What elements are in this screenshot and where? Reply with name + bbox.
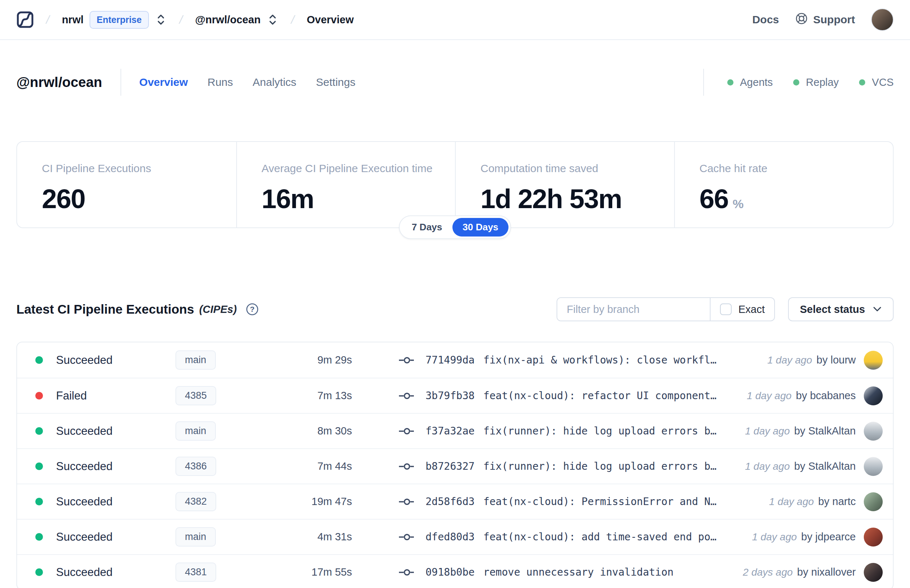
author: by StalkAltan [794, 460, 856, 472]
stat-label: Average CI Pipeline Execution time [262, 162, 455, 174]
branch-badge[interactable]: main [175, 422, 216, 441]
branch-badge[interactable]: 4386 [175, 457, 216, 476]
page-title: @nrwl/ocean [16, 74, 102, 90]
author: by nixallover [797, 566, 856, 578]
commit-hash[interactable]: 0918b0be [425, 566, 475, 578]
status-cell: Succeeded [35, 495, 175, 508]
tab[interactable]: Analytics [253, 76, 296, 89]
branch-badge[interactable]: main [175, 351, 216, 370]
commit-message[interactable]: feat(nx-cloud): add time-saved end po… [483, 531, 717, 543]
cipe-row[interactable]: Succeeded 4382 19m 47s 2d58f6d3 f [17, 483, 893, 519]
time-ago: 1 day ago [769, 496, 814, 507]
workspace-switcher-button[interactable] [267, 12, 279, 27]
tab[interactable]: Runs [207, 76, 233, 89]
branch-badge[interactable]: 4382 [175, 492, 216, 511]
author-avatar[interactable] [864, 563, 883, 582]
author-avatar[interactable] [864, 457, 883, 476]
commit-hash[interactable]: dfed80d3 [425, 531, 475, 543]
commit-hash[interactable]: 771499da [425, 354, 475, 366]
stats-section: CI Pipeline Executions 260 Average CI Pi… [16, 141, 894, 228]
author-avatar[interactable] [864, 351, 883, 370]
branch-badge[interactable]: main [175, 527, 216, 546]
commit-message[interactable]: fix(nx-api & workflows): close workfl… [483, 354, 717, 366]
status-label: Succeeded [56, 425, 113, 438]
commit-message[interactable]: feat(nx-cloud): PermissionError and N… [483, 496, 717, 507]
workspace-name[interactable]: @nrwl/ocean [195, 14, 260, 26]
nav-actions: Docs Support [752, 8, 894, 31]
tab[interactable]: Settings [316, 76, 355, 89]
service-status[interactable]: Agents [727, 76, 773, 89]
author-avatar[interactable] [864, 422, 883, 441]
breadcrumb: / nrwl Enterprise / @nrwl/ocean / Overvi… [16, 11, 354, 29]
commit-hash[interactable]: f37a32ae [425, 425, 475, 437]
git-commit-icon [399, 391, 417, 401]
author-avatar[interactable] [864, 528, 883, 546]
service-label: Agents [740, 76, 773, 89]
commit-cell: 2d58f6d3 feat(nx-cloud): PermissionError… [399, 496, 716, 507]
stat-label: Cache hit rate [700, 162, 893, 174]
author: by bcabanes [796, 390, 856, 402]
cipe-row[interactable]: Succeeded 4381 17m 55s 0918b0be r [17, 554, 893, 588]
meta-cell: 1 day ago by jdpearce [741, 528, 883, 546]
user-avatar[interactable] [871, 8, 894, 31]
org-switcher-button[interactable] [155, 12, 167, 27]
status-dot-icon [35, 533, 43, 541]
status-cell: Succeeded [35, 530, 175, 544]
breadcrumb-separator: / [45, 13, 51, 27]
exact-checkbox[interactable] [720, 304, 732, 315]
branch-filter-input[interactable] [557, 298, 710, 321]
cipe-row[interactable]: Succeeded main 4m 31s dfed80d3 fe [17, 519, 893, 554]
cipe-row[interactable]: Succeeded 4386 7m 44s b8726327 fi [17, 448, 893, 483]
commit-message[interactable]: remove unnecessary invalidation [483, 566, 674, 578]
help-button[interactable]: ? [245, 302, 259, 316]
author-avatar[interactable] [864, 386, 883, 405]
org-name[interactable]: nrwl [62, 14, 84, 26]
author-avatar[interactable] [864, 492, 883, 511]
branch-cell: 4385 [175, 386, 284, 405]
status-cell: Succeeded [35, 460, 175, 473]
svg-text:?: ? [250, 305, 255, 313]
commit-message[interactable]: fix(runner): hide log upload errors b… [483, 425, 717, 437]
branch-badge[interactable]: 4385 [175, 386, 216, 405]
tab[interactable]: Overview [139, 76, 188, 89]
service-status[interactable]: VCS [859, 76, 894, 89]
docs-label: Docs [752, 13, 779, 26]
stat-card: Average CI Pipeline Execution time 16m [236, 142, 455, 228]
author: by nartc [818, 496, 856, 507]
exact-toggle[interactable]: Exact [711, 304, 774, 315]
time-ago: 1 day ago [752, 531, 797, 543]
cipe-row[interactable]: Succeeded main 8m 30s f37a32ae fi [17, 413, 893, 448]
service-status[interactable]: Replay [793, 76, 839, 89]
question-circle-icon: ? [245, 302, 259, 316]
commit-cell: 3b79fb38 feat(nx-cloud): refactor UI com… [399, 390, 716, 402]
nx-cloud-logo-icon[interactable] [16, 11, 34, 28]
exact-label: Exact [738, 304, 765, 315]
range-button[interactable]: 30 Days [453, 218, 509, 236]
commit-hash[interactable]: 3b79fb38 [425, 390, 475, 402]
status-label: Failed [56, 389, 87, 402]
time-ago: 1 day ago [767, 354, 812, 366]
commit-message[interactable]: feat(nx-cloud): refactor UI component… [483, 390, 717, 402]
range-button[interactable]: 7 Days [401, 218, 453, 236]
status-select[interactable]: Select status [788, 297, 894, 321]
top-nav: / nrwl Enterprise / @nrwl/ocean / Overvi… [0, 0, 910, 40]
lifebuoy-icon [795, 12, 808, 27]
support-link[interactable]: Support [795, 12, 855, 27]
stat-card: Cache hit rate 66% [674, 142, 893, 228]
service-label: VCS [872, 76, 894, 89]
meta-cell: 1 day ago by StalkAltan [734, 457, 883, 476]
status-cell: Succeeded [35, 566, 175, 579]
status-dot-icon [35, 356, 43, 364]
docs-link[interactable]: Docs [752, 13, 779, 26]
commit-hash[interactable]: 2d58f6d3 [425, 496, 475, 507]
branch-cell: 4386 [175, 457, 284, 476]
branch-badge[interactable]: 4381 [175, 562, 216, 582]
status-dot-icon [35, 569, 43, 576]
commit-message[interactable]: fix(runner): hide log upload errors b… [483, 460, 717, 472]
cipe-row[interactable]: Failed 4385 7m 13s 3b79fb38 feat( [17, 378, 893, 413]
cipe-row[interactable]: Succeeded main 9m 29s 771499da fi [17, 342, 893, 378]
commit-hash[interactable]: b8726327 [425, 460, 475, 472]
stat-card: CI Pipeline Executions 260 [17, 142, 236, 228]
stat-value: 260 [42, 183, 236, 214]
cipe-title: Latest CI Pipeline Executions (CIPEs) [16, 302, 237, 317]
